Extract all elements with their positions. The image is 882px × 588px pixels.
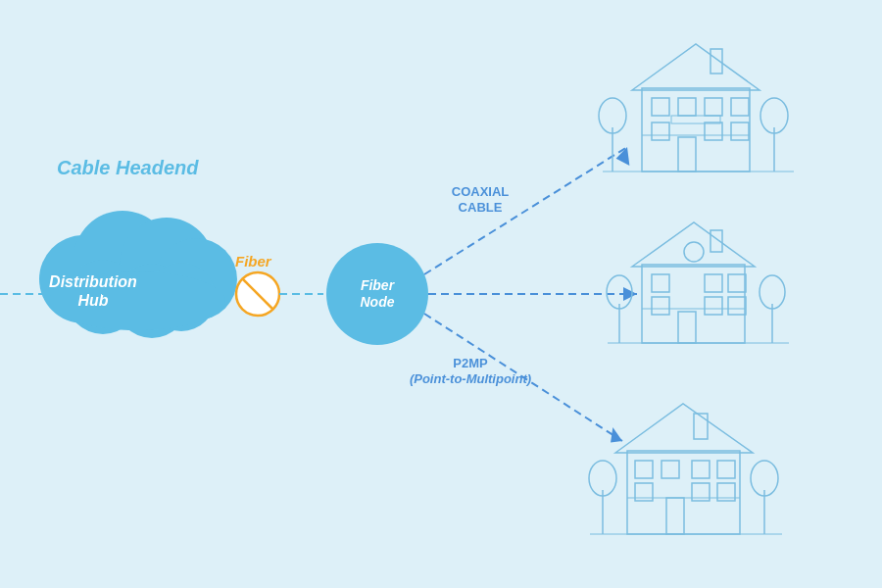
diagram-container: Cable Headend Distribution Hub Fiber [0,0,882,588]
p2mp-label2: (Point-to-Multipoint) [410,371,531,386]
fiber-label: Fiber [235,253,272,270]
coaxial-cable-label2: CABLE [459,200,503,215]
main-svg: Cable Headend Distribution Hub Fiber [0,0,882,588]
fiber-node-text1: Fiber [361,277,396,293]
cable-headend-label: Cable Headend [57,157,199,178]
distribution-hub-text: Distribution [49,273,137,290]
coaxial-cable-label1: COAXIAL [452,184,510,199]
p2mp-label1: P2MP [453,356,488,370]
fiber-node-text2: Node [361,294,395,310]
